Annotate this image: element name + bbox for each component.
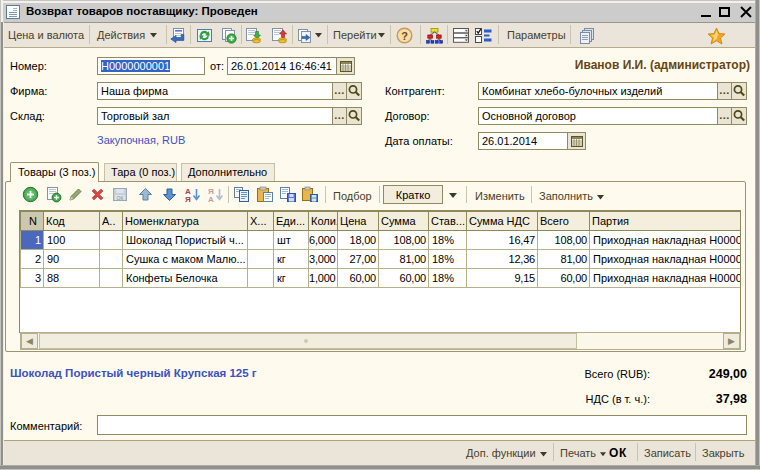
svg-text:А: А <box>208 195 214 204</box>
svg-text:ОК: ОК <box>117 195 124 201</box>
svg-text:Я: Я <box>185 195 191 204</box>
svg-text:?: ? <box>401 30 408 42</box>
